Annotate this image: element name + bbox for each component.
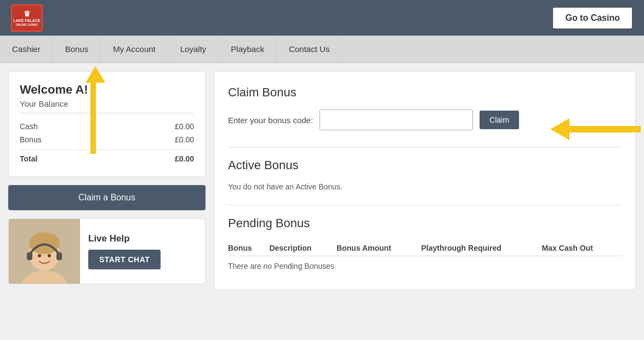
no-pending-message: There are no Pending Bonuses [228, 256, 622, 276]
enter-code-label: Enter your bonus code: [228, 116, 313, 125]
live-help-content: Live Help START CHAT [80, 228, 205, 275]
svg-rect-4 [27, 252, 32, 260]
live-help-image [9, 218, 80, 284]
col-header-bonus-amount: Bonus Amount [337, 240, 421, 256]
live-help-card: Live Help START CHAT [8, 218, 206, 284]
bonus-value: £0.00 [175, 135, 194, 144]
nav-item-playback[interactable]: Playback [219, 36, 277, 62]
crown-icon: ♛ [24, 9, 31, 19]
total-value: £0.00 [175, 154, 194, 163]
claim-bonus-title: Claim Bonus [228, 85, 622, 100]
go-to-casino-button[interactable]: Go to Casino [552, 7, 633, 30]
col-header-description: Description [269, 240, 337, 256]
right-panel: Claim Bonus Enter your bonus code: Claim… [214, 71, 636, 290]
divider-2 [228, 205, 622, 205]
nav-item-contact-us[interactable]: Contact Us [277, 36, 342, 62]
bonus-label: Bonus [20, 135, 42, 144]
agent-illustration [9, 218, 80, 284]
active-bonus-title: Active Bonus [228, 158, 622, 172]
balance-row-bonus: Bonus £0.00 [20, 133, 194, 146]
arrow-right-head [550, 118, 569, 140]
active-bonus-message: You do not have an Active Bonus. [228, 182, 622, 191]
col-header-playthrough: Playthrough Required [421, 240, 542, 256]
arrow-up-icon [86, 66, 105, 83]
table-header-row: Bonus Description Bonus Amount Playthrou… [228, 240, 622, 256]
main-nav: Cashier Bonus My Account Loyalty Playbac… [0, 36, 644, 63]
svg-point-6 [38, 254, 41, 257]
pending-table-header: Bonus Description Bonus Amount Playthrou… [228, 240, 622, 256]
cash-label: Cash [20, 122, 38, 131]
welcome-title: Welcome A! [20, 83, 194, 97]
cash-value: £0.00 [175, 122, 194, 131]
claim-code-button[interactable]: Claim [480, 111, 519, 129]
left-panel: Welcome A! Your Balance Cash £0.00 Bonus… [8, 71, 206, 290]
nav-item-cashier[interactable]: Cashier [0, 36, 53, 62]
logo: ♛ LAKE PALACE ONLINE CASINO [11, 4, 43, 32]
arrow-stem [90, 83, 96, 154]
divider-1 [228, 147, 622, 147]
col-header-bonus: Bonus [228, 240, 269, 256]
welcome-card: Welcome A! Your Balance Cash £0.00 Bonus… [8, 71, 206, 177]
balance-row-total: Total £0.00 [20, 149, 194, 165]
svg-rect-5 [56, 252, 62, 260]
start-chat-button[interactable]: START CHAT [88, 250, 161, 269]
pending-bonus-title: Pending Bonus [228, 216, 622, 230]
logo-text-line1: LAKE PALACE [13, 19, 40, 23]
no-pending-row: There are no Pending Bonuses [228, 256, 622, 276]
header: ♛ LAKE PALACE ONLINE CASINO Go to Casino [0, 0, 644, 36]
main-content: Welcome A! Your Balance Cash £0.00 Bonus… [0, 63, 644, 298]
logo-box: ♛ LAKE PALACE ONLINE CASINO [11, 4, 43, 32]
total-label: Total [20, 154, 37, 163]
bonus-code-input[interactable] [320, 110, 473, 130]
pending-bonus-table: Bonus Description Bonus Amount Playthrou… [228, 240, 622, 276]
arrow-right-annotation [550, 118, 641, 140]
nav-item-my-account[interactable]: My Account [101, 36, 168, 62]
balance-row-cash: Cash £0.00 [20, 120, 194, 133]
logo-text-line2: ONLINE CASINO [16, 23, 38, 26]
balance-label: Your Balance [20, 99, 194, 113]
svg-point-7 [48, 254, 51, 257]
claim-a-bonus-button[interactable]: Claim a Bonus [8, 185, 206, 210]
col-header-max-cash-out: Max Cash Out [542, 240, 622, 256]
live-help-title: Live Help [88, 233, 197, 244]
pending-table-body: There are no Pending Bonuses [228, 256, 622, 276]
nav-item-loyalty[interactable]: Loyalty [168, 36, 219, 62]
arrow-right-line [569, 126, 641, 132]
nav-item-bonus[interactable]: Bonus [53, 36, 101, 62]
